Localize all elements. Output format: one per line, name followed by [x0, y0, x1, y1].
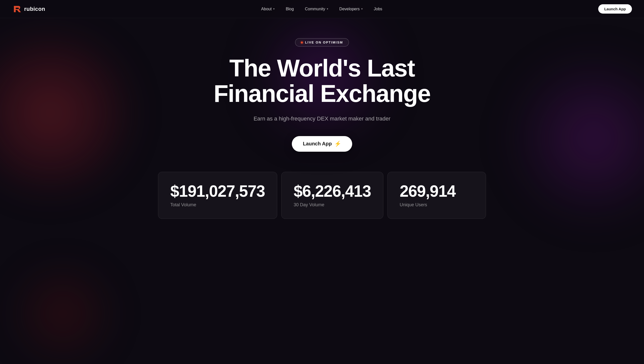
stat-card-30day-volume: $6,226,413 30 Day Volume [281, 172, 383, 219]
nav-item-blog[interactable]: Blog [281, 5, 298, 13]
nav-launch-button[interactable]: Launch App [598, 4, 632, 14]
stat-value-unique-users: 269,914 [400, 183, 474, 199]
stat-card-total-volume: $191,027,573 Total Volume [158, 172, 277, 219]
chevron-down-icon: ▾ [361, 7, 363, 11]
chevron-down-icon: ▾ [273, 7, 275, 11]
hero-heading-line1: The World's Last [229, 55, 415, 82]
hero-heading: The World's Last Financial Exchange [214, 56, 430, 106]
nav-item-jobs[interactable]: Jobs [369, 5, 387, 13]
stats-section: $191,027,573 Total Volume $6,226,413 30 … [146, 172, 498, 219]
nav-item-about[interactable]: About ▾ [257, 5, 279, 13]
lightning-icon: ⚡ [334, 141, 341, 147]
stat-label-30day-volume: 30 Day Volume [294, 202, 371, 208]
live-dot [301, 42, 303, 44]
main-content: LIVE ON OPTIMISM The World's Last Financ… [0, 18, 644, 219]
live-badge-text: LIVE ON OPTIMISM [305, 41, 343, 44]
stat-label-total-volume: Total Volume [170, 202, 265, 208]
live-badge[interactable]: LIVE ON OPTIMISM [295, 38, 349, 47]
nav-item-developers[interactable]: Developers ▾ [335, 5, 367, 13]
hero-heading-line2: Financial Exchange [214, 80, 430, 107]
stat-value-total-volume: $191,027,573 [170, 183, 265, 199]
navbar: rubicon About ▾ Blog Community ▾ Develop… [0, 0, 644, 18]
logo-icon [12, 5, 21, 14]
chevron-down-icon: ▾ [327, 7, 328, 11]
stat-value-30day-volume: $6,226,413 [294, 183, 371, 199]
hero-launch-label: Launch App [303, 141, 332, 147]
nav-links: About ▾ Blog Community ▾ Developers ▾ Jo… [257, 5, 387, 13]
nav-item-community[interactable]: Community ▾ [300, 5, 333, 13]
brand-name: rubicon [24, 6, 45, 12]
hero-subtext: Earn as a high-frequency DEX market make… [254, 115, 390, 122]
hero-launch-button[interactable]: Launch App ⚡ [292, 136, 352, 152]
stat-label-unique-users: Unique Users [400, 202, 474, 208]
stat-card-unique-users: 269,914 Unique Users [387, 172, 486, 219]
logo-link[interactable]: rubicon [12, 5, 45, 14]
